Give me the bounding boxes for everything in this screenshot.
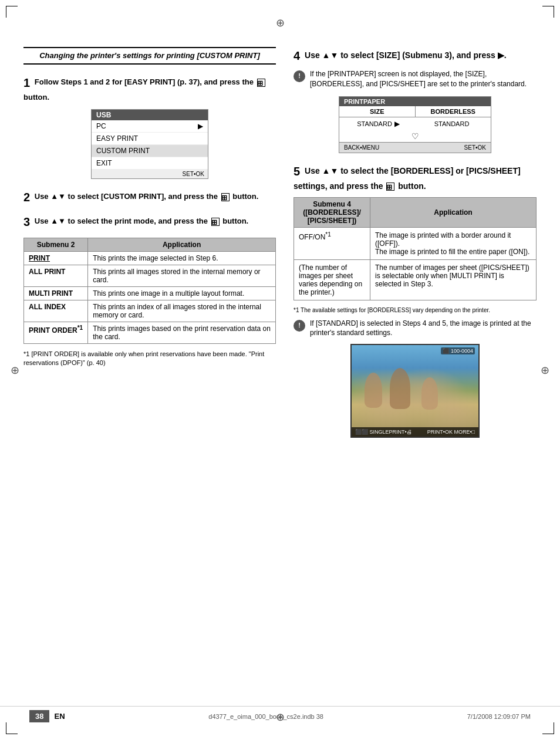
step1-header: 1 Follow Steps 1 and 2 for [EASY PRINT] … xyxy=(23,74,276,103)
crosshair-right: ⊕ xyxy=(541,364,549,377)
printpaper-title: PRINTPAPER xyxy=(339,97,491,106)
step3-block: 3 Use ▲▼ to select the print mode, and p… xyxy=(23,213,276,368)
menu-item-multiprint-desc: This prints one image in a multiple layo… xyxy=(88,286,276,300)
step3-header: 3 Use ▲▼ to select the print mode, and p… xyxy=(23,213,276,231)
step5-header: 5 Use ▲▼ to select the [BORDERLESS] or [… xyxy=(294,163,537,192)
crosshair-left: ⊕ xyxy=(11,364,19,377)
step4-note-text: If the [PRINTPAPER] screen is not displa… xyxy=(310,69,537,89)
step5-item-offon: OFF/ON*1 xyxy=(294,227,370,259)
section-title: Changing the printer's settings for prin… xyxy=(23,47,276,65)
printpaper-back: BACK•MENU xyxy=(344,144,379,151)
main-content: Changing the printer's settings for prin… xyxy=(23,47,537,444)
page-footer: 38 EN d4377_e_oima_000_book_cs2e.indb 38… xyxy=(0,706,560,722)
corner-mark-bl xyxy=(6,722,18,734)
camera-print-ok: PRINT•OK MORE•□ xyxy=(427,429,475,435)
printpaper-row: STANDARD ▶ STANDARD xyxy=(339,117,491,130)
right-column: 4 Use ▲▼ to select [SIZE] (Submenu 3), a… xyxy=(294,47,537,444)
step3-footnote: *1 [PRINT ORDER] is available only when … xyxy=(23,350,276,368)
person3 xyxy=(421,377,438,410)
step4-text: Use ▲▼ to select [SIZE] (Submenu 3), and… xyxy=(305,50,507,60)
table-row: (The number of images per sheet varies d… xyxy=(294,259,537,300)
camera-preview: ⬛ 100-0004 ⬛⬛ SINGLEPRINT•🖨 PRINT•OK MOR… xyxy=(350,344,480,438)
application-col-header: Application xyxy=(88,238,276,251)
menu-item-allindex: ALL INDEX xyxy=(24,300,88,322)
step5-menu-icon xyxy=(386,183,394,191)
step1-text: Follow Steps 1 and 2 for [EASY PRINT] (p… xyxy=(35,78,254,87)
camera-singleprint: ⬛⬛ SINGLEPRINT•🖨 xyxy=(355,429,412,435)
printpaper-col2-header: BORDERLESS xyxy=(416,106,491,117)
left-column: Changing the printer's settings for prin… xyxy=(23,47,276,444)
usb-menu-item-easyprint: EASY PRINT xyxy=(92,133,208,145)
table-row: PRINT ORDER*1 This prints images based o… xyxy=(24,322,276,343)
step4-block: 4 Use ▲▼ to select [SIZE] (Submenu 3), a… xyxy=(294,47,537,153)
application-col4-header: Application xyxy=(370,197,537,227)
submenu4-col-header: Submenu 4 ([BORDERLESS]/ [PICS/SHEET]) xyxy=(294,197,370,227)
printpaper-val2: STANDARD xyxy=(415,120,488,128)
submenu2-table: Submenu 2 Application PRINT This prints … xyxy=(23,238,276,344)
usb-item-customprint-label: CUSTOM PRINT xyxy=(96,147,150,155)
corner-mark-tl xyxy=(6,6,18,18)
corner-mark-tr xyxy=(542,6,554,18)
step2-menu-icon xyxy=(221,193,230,201)
step5-note: ! If [STANDARD] is selected in Steps 4 a… xyxy=(294,319,537,339)
note-icon2: ! xyxy=(294,320,305,332)
usb-item-pc-label: PC xyxy=(96,122,106,130)
table-row: ALL PRINT This prints all images stored … xyxy=(24,265,276,286)
usb-menu-item-exit: EXIT xyxy=(92,157,208,170)
table-row: OFF/ON*1 The image is printed with a bor… xyxy=(294,227,537,259)
step3-number: 3 xyxy=(23,215,30,228)
printpaper-arrow: ▶ xyxy=(394,120,400,128)
submenu2-col-header: Submenu 2 xyxy=(24,238,88,251)
step2-block: 2 Use ▲▼ to select [CUSTOM PRINT], and p… xyxy=(23,188,276,206)
footer-date: 7/1/2008 12:09:07 PM xyxy=(467,713,531,720)
usb-item-exit-label: EXIT xyxy=(96,159,112,167)
step3-text-after: button. xyxy=(222,217,248,225)
step2-text-after: button. xyxy=(232,192,258,201)
page-number: 38 xyxy=(29,710,49,722)
person1 xyxy=(365,373,382,408)
printpaper-col1-header: SIZE xyxy=(339,106,416,117)
menu-item-allprint: ALL PRINT xyxy=(24,265,88,286)
step1-text-after: button. xyxy=(23,93,49,102)
step2-text: Use ▲▼ to select [CUSTOM PRINT], and pre… xyxy=(35,192,218,201)
table-row: MULTI PRINT This prints one image in a m… xyxy=(24,286,276,300)
menu-item-printorder-desc: This prints images based on the print re… xyxy=(88,322,276,343)
step5-item-offon-desc: The image is printed with a border aroun… xyxy=(370,227,537,259)
usb-menu-item-pc: PC ▶ xyxy=(92,120,208,133)
printpaper-heart: ♡ xyxy=(339,130,491,142)
printpaper-set: SET•OK xyxy=(464,144,486,151)
printpaper-val1: STANDARD ▶ xyxy=(342,120,415,128)
crosshair-top: ⊕ xyxy=(276,16,285,29)
menu-item-printorder: PRINT ORDER*1 xyxy=(24,322,88,343)
step5-item-num-desc: The number of images per sheet ([PICS/SH… xyxy=(370,259,537,300)
footer-filename: d4377_e_oima_000_book_cs2e.indb 38 xyxy=(208,713,323,720)
step5-text-after: button. xyxy=(398,181,426,191)
usb-menu-box: USB PC ▶ EASY PRINT CUSTOM PRINT EXIT SE… xyxy=(91,109,208,179)
step2-number: 2 xyxy=(23,191,30,204)
step4-header: 4 Use ▲▼ to select [SIZE] (Submenu 3), a… xyxy=(294,47,537,65)
step5-block: 5 Use ▲▼ to select the [BORDERLESS] or [… xyxy=(294,163,537,438)
page-container: ⊕ ⊕ ⊕ ⊕ Changing the printer's settings … xyxy=(0,0,560,740)
step3-menu-icon xyxy=(211,218,220,226)
corner-mark-br xyxy=(542,722,554,734)
usb-menu-title: USB xyxy=(92,110,208,120)
printpaper-footer: BACK•MENU SET•OK xyxy=(339,142,491,153)
menu-item-multiprint: MULTI PRINT xyxy=(24,286,88,300)
menu-item-print: PRINT xyxy=(24,251,88,265)
camera-preview-controls: ⬛⬛ SINGLEPRINT•🖨 PRINT•OK MORE•□ xyxy=(352,427,478,437)
step3-text: Use ▲▼ to select the print mode, and pre… xyxy=(35,217,208,225)
page-lang: EN xyxy=(54,712,65,721)
usb-menu-footer: SET•OK xyxy=(92,170,208,178)
usb-item-easyprint-label: EASY PRINT xyxy=(96,134,138,143)
usb-item-pc-arrow: ▶ xyxy=(198,122,203,130)
step4-number: 4 xyxy=(294,49,300,62)
step5-footnote: *1 The available settings for [BORDERLES… xyxy=(294,306,537,314)
note-icon: ! xyxy=(294,70,305,82)
table-row: ALL INDEX This prints an index of all im… xyxy=(24,300,276,322)
person2 xyxy=(390,368,410,409)
step5-note-text: If [STANDARD] is selected in Steps 4 and… xyxy=(310,319,537,339)
usb-menu-item-customprint: CUSTOM PRINT xyxy=(92,145,208,157)
step1-block: 1 Follow Steps 1 and 2 for [EASY PRINT] … xyxy=(23,74,276,179)
menu-item-allprint-desc: This prints all images stored in the int… xyxy=(88,265,276,286)
printpaper-header: SIZE BORDERLESS xyxy=(339,106,491,117)
